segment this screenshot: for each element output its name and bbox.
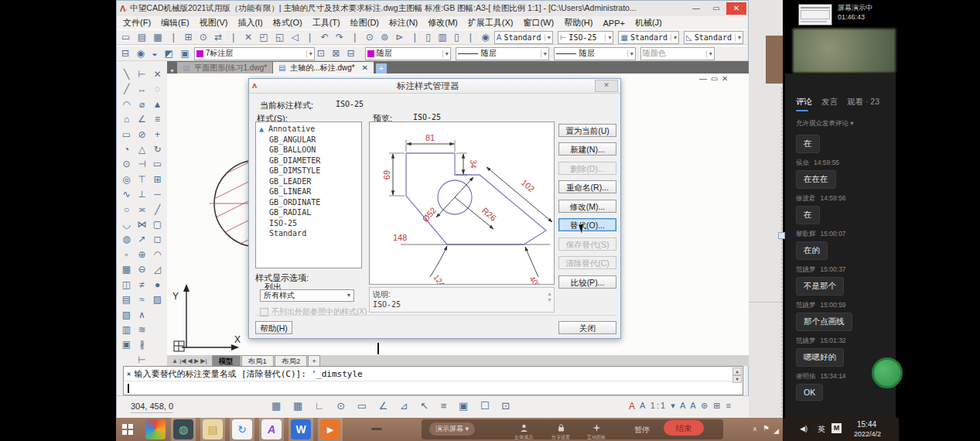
end-button[interactable]: 结束 [664, 420, 704, 436]
menu-window[interactable]: 窗口(W) [523, 17, 554, 29]
tab-layout1[interactable]: 布局1 [241, 355, 274, 367]
tab-model[interactable]: 模型 [212, 355, 241, 367]
add-layout-button[interactable]: + [308, 355, 320, 367]
tray-flag-icon[interactable]: ⚑ [763, 424, 770, 432]
tab-speak[interactable]: 发言 [821, 97, 838, 111]
menu-mech[interactable]: 机械(J) [635, 17, 662, 29]
layer-lock-icons[interactable]: ⊡ ⊠ ⊟ [317, 48, 357, 59]
tab-comments[interactable]: 评论 [796, 97, 812, 111]
style-item[interactable]: GB_DIAMETER [259, 156, 361, 166]
menu-app[interactable]: APP+ [603, 19, 624, 28]
maximize-button[interactable]: ▭ [706, 2, 726, 15]
help-button[interactable]: 帮助(H) [255, 321, 292, 334]
network-signal-icon[interactable]: ◢ [773, 427, 779, 435]
set-current-button[interactable]: 置为当前(U) [558, 124, 616, 137]
clock-date[interactable]: 2022/4/2 [854, 430, 881, 438]
command-scrollbar[interactable]: ▲▼ [732, 368, 742, 383]
pause-button[interactable]: 暂停 [634, 425, 650, 436]
style-item[interactable]: GB_LEADER [259, 176, 361, 187]
layer-toolbar-icons[interactable]: ⊟ ◉ ◒ ◩ ▣ [117, 48, 192, 59]
layout-nav-icons[interactable]: ▲ |◀ ◀ ▶ ▶| [167, 357, 212, 364]
layer-combo[interactable]: 7标注层▾ [194, 47, 315, 60]
comment-permission-dropdown[interactable]: 允许观众发表评论 ▾ [785, 111, 896, 128]
modify-toolbar-column[interactable]: ✕ ◌ ▲ ≡ + ↻ ▭ ⊞ ─ ╱ ▢ ◻ ◠ ◿ ● ▨ [150, 67, 165, 308]
close-button[interactable]: ✕ [726, 2, 746, 15]
style-item[interactable]: GB_RADIAL [259, 207, 361, 218]
dimension-toolbar-column[interactable]: ⊢ ↔ ⌀ ∠ ⊘ △ ⊣ ⊤ ⊥ ≍ ⋈ ↗ ⊕ ⊖ ≠ ≈ ∧ ≋ ∦ ⊢ [135, 67, 149, 368]
status-right-icons[interactable]: A 1:1 ▾ A A ⊛ ⊞ ≡ [640, 401, 732, 411]
style-item[interactable]: ISO-25 [259, 218, 361, 229]
style-item[interactable]: GB_ANGULAR [259, 135, 361, 145]
share-region-handle[interactable] [778, 232, 785, 239]
menu-modify[interactable]: 修改(M) [428, 17, 458, 29]
style-item[interactable]: Standard [259, 228, 361, 239]
menu-edit[interactable]: 编辑(E) [161, 17, 190, 29]
dialog-close-icon[interactable]: ✕ [595, 80, 618, 92]
table-style-combo[interactable]: ▦ Standard▾ [618, 31, 679, 44]
menu-file[interactable]: 文件(F) [123, 17, 151, 29]
folder-app-icon[interactable]: ▤ [203, 419, 223, 439]
tab-overflow-icon[interactable]: ▼ [167, 68, 177, 74]
share-settings-tool[interactable]: 分享设置 [544, 421, 578, 441]
standard-toolbar-icons[interactable]: ▭ ▤ ▦ ❘ ⊞ ⊙ ⇄ ❘ ✕ ◰ ◱ ◁ ❘ ↶ ↷ ❘ ⊙ ⊚ ⊳ ❘ … [117, 32, 492, 43]
plotstyle-combo[interactable]: 随颜色▾ [640, 47, 715, 60]
ime-mode-icon[interactable]: M [831, 423, 842, 433]
menu-dimension[interactable]: 标注(N) [389, 17, 418, 29]
tab-watch-count[interactable]: 观看 · 23 [847, 97, 879, 111]
menu-format[interactable]: 格式(O) [273, 17, 302, 29]
command-close-icon[interactable]: ✕ [124, 370, 134, 378]
text-style-combo[interactable]: A Standard▾ [494, 31, 553, 44]
linetype-combo[interactable]: 随层▾ [456, 47, 549, 60]
style-item[interactable]: GB_LINEAR [259, 186, 361, 197]
menu-help[interactable]: 帮助(H) [564, 17, 592, 29]
doc-tab-2-active[interactable]: ▤ 主轴的...标注.dwg* ✕ [273, 62, 374, 74]
command-line[interactable]: ✕ 输入要替代的标注变量名或 [清除替代(C)]: '_dimstyle ▲▼ [123, 366, 743, 395]
graphics-app-icon[interactable]: ◍ [173, 419, 193, 439]
media-app-icon[interactable]: ▶ [320, 419, 340, 439]
style-item[interactable]: GB_BALLOON [259, 145, 361, 156]
rename-button[interactable]: 重命名(R)... [558, 180, 616, 193]
style-item[interactable]: GB_ORDINATE [259, 197, 361, 208]
doc-tab-1[interactable]: ▤ 平面图形(练习1.dwg* [177, 62, 272, 74]
camera-video-feed[interactable] [793, 29, 896, 73]
status-toggle-icons[interactable]: ▦ ▦ ∟ ⊙ ▭ ∠ ⊿ ↖ ≡ ▣ ☐ ⊡ [271, 400, 514, 412]
mdi-window-controls[interactable]: — ▭ ✕ [699, 74, 729, 83]
toolbar-handle[interactable] [371, 428, 382, 430]
zwcad-taskbar-icon[interactable]: A [261, 419, 282, 439]
floating-green-badge[interactable] [872, 357, 903, 388]
clock-time[interactable]: 15:44 [857, 420, 876, 429]
present-screen-button[interactable]: 演示屏幕 ▾ [429, 422, 475, 436]
wps-app-icon[interactable]: W [291, 419, 311, 439]
interaction-tool[interactable]: 互动面板 [579, 421, 613, 441]
override-button[interactable]: 替代(O)... [558, 218, 616, 231]
lineweight-combo[interactable]: 随层▾ [554, 47, 636, 60]
speaker-icon[interactable]: ◀) [800, 425, 808, 432]
annotation-icon[interactable]: A [629, 401, 635, 412]
description-spinner[interactable]: ▲▼ [547, 291, 552, 303]
menu-insert[interactable]: 插入(I) [237, 17, 262, 29]
styles-listbox[interactable]: ▲ Annotative GB_ANGULAR GB_BALLOON GB_DI… [255, 121, 362, 268]
sync-app-icon[interactable]: ↻ [232, 419, 252, 439]
tab-close-icon[interactable]: ✕ [361, 63, 367, 72]
compare-button[interactable]: 比较(P)... [558, 275, 616, 289]
draw-toolbar-column[interactable]: ╲ ╱ ◠ ⌂ ▭ ◔ ⊙ ◎ ∿ ○ ◡ ◍ ▫ ▦ ◫ ▤ ▧ ▥ ▣ [119, 67, 134, 353]
dim-style-combo[interactable]: ⊢ ISO-25▾ [558, 31, 614, 44]
dialog-title-bar[interactable]: Λ∙ 标注样式管理器 ✕ [249, 79, 620, 94]
drawing-area[interactable]: — ▭ ✕ [167, 74, 750, 355]
style-item[interactable]: GB_DIMSTYLE [259, 166, 361, 176]
new-button[interactable]: 新建(N)... [558, 142, 616, 156]
new-tab-button[interactable]: + [376, 63, 387, 74]
tab-layout2[interactable]: 布局2 [275, 355, 307, 367]
minimize-button[interactable]: — [686, 2, 706, 15]
start-button[interactable] [122, 424, 133, 435]
style-item-annotative[interactable]: ▲ Annotative [259, 124, 361, 135]
browser-app-icon[interactable] [145, 419, 166, 439]
dialog-close-button[interactable]: 关闭 [558, 321, 616, 334]
menu-tools[interactable]: 工具(T) [312, 17, 340, 29]
mleader-style-combo[interactable]: ◺ Standard▾ [684, 31, 743, 44]
color-combo[interactable]: 随层▾ [365, 47, 451, 60]
members-tool[interactable]: 全体成员 [507, 421, 541, 441]
menu-express[interactable]: 扩展工具(X) [468, 17, 514, 29]
list-filter-select[interactable]: 所有样式▾ [260, 289, 354, 302]
ime-lang-indicator[interactable]: 英 [818, 424, 825, 435]
